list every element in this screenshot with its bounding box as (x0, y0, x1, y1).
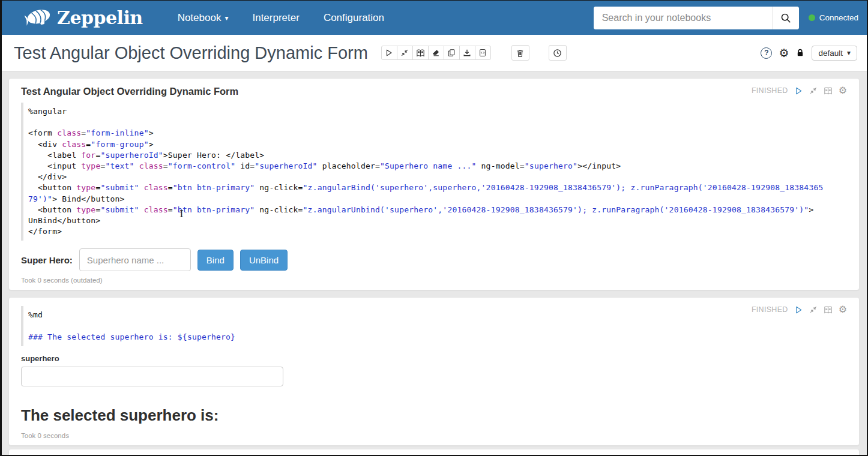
code-file-icon (478, 49, 487, 57)
book-icon (416, 49, 425, 58)
status-badge: FINISHED (752, 86, 788, 95)
version-control-button[interactable] (475, 46, 491, 60)
run-paragraph-button[interactable] (794, 305, 803, 314)
compress-icon (809, 305, 818, 314)
note-header: Test Angular Object Overriding Dynamic F… (2, 35, 867, 71)
run-all-button[interactable] (381, 46, 397, 60)
note-title[interactable]: Test Angular Object Overriding Dynamic F… (14, 43, 368, 63)
question-icon: ? (764, 49, 768, 57)
export-note-button[interactable] (459, 46, 475, 60)
superhero-label: Super Hero: (21, 255, 73, 265)
book-icon (824, 86, 833, 95)
paragraph-card-2: FINISHED ⚙ %md ### The selected superher… (8, 297, 860, 446)
remove-note-button[interactable] (511, 45, 529, 61)
book-icon (824, 305, 833, 314)
paragraph-title: Test Angular Object Overriding Dynamic F… (21, 86, 238, 97)
note-right-tools: ? ⚙ default ▾ (761, 46, 857, 61)
permissions-button[interactable] (795, 48, 805, 58)
gear-icon: ⚙ (839, 304, 847, 314)
compress-icon (400, 49, 409, 57)
caret-down-icon: ▾ (847, 49, 851, 56)
clone-note-button[interactable] (444, 46, 460, 60)
zeppelin-logo-icon (25, 7, 52, 29)
zeppelin-app: Zeppelin Notebook ▾ Interpreter Configur… (0, 0, 868, 456)
paragraph-settings-button[interactable]: ⚙ (839, 86, 847, 95)
nav-item-notebook[interactable]: Notebook ▾ (166, 12, 241, 24)
collapse-paragraph-button[interactable] (809, 86, 818, 95)
paragraph-settings-button[interactable]: ⚙ (839, 305, 847, 314)
trash-icon (516, 49, 525, 58)
brand[interactable]: Zeppelin (25, 7, 143, 29)
status-badge: FINISHED (752, 305, 788, 314)
note-toolbar (381, 46, 491, 60)
clock-icon (553, 49, 562, 58)
clear-output-button[interactable] (428, 46, 444, 60)
caret-down-icon: ▾ (225, 14, 228, 22)
gear-icon: ⚙ (839, 85, 847, 95)
unbind-button[interactable]: UnBind (240, 250, 288, 271)
notebook-search (594, 7, 799, 29)
interpreter-binding-dropdown[interactable]: default ▾ (812, 46, 857, 61)
lock-icon (795, 48, 805, 58)
help-button[interactable]: ? (761, 47, 772, 59)
execution-time: Took 0 seconds (21, 432, 847, 439)
scheduler-button[interactable] (549, 45, 567, 61)
superhero-field-input[interactable] (21, 367, 283, 386)
show-editor-button[interactable] (824, 86, 833, 95)
navbar: Zeppelin Notebook ▾ Interpreter Configur… (2, 1, 867, 35)
nav-item-configuration[interactable]: Configuration (312, 12, 396, 24)
play-icon (794, 305, 803, 314)
compress-icon (809, 86, 818, 95)
code-editor[interactable]: %angular <form class="form-inline"> <div… (21, 103, 847, 241)
angular-form-output: Super Hero: Bind UnBind (21, 248, 847, 271)
superhero-field-label: superhero (21, 354, 847, 363)
connected-dot-icon (809, 14, 815, 21)
brand-text: Zeppelin (57, 7, 143, 28)
search-button[interactable] (773, 7, 799, 29)
show-hide-code-button[interactable] (412, 46, 429, 60)
code-editor[interactable]: %md ### The selected superhero is: ${sup… (21, 306, 847, 346)
play-icon (385, 49, 393, 57)
note-settings-button[interactable]: ⚙ (779, 47, 789, 59)
paragraph-controls: FINISHED ⚙ (752, 305, 847, 314)
paragraph-card-1: Test Angular Object Overriding Dynamic F… (8, 78, 860, 290)
nav-menu: Notebook ▾ Interpreter Configuration (166, 12, 396, 24)
connection-status: Connected (809, 13, 858, 22)
eraser-icon (432, 49, 440, 57)
run-paragraph-button[interactable] (794, 86, 803, 95)
next-paragraph-peek (8, 449, 860, 456)
download-icon (463, 49, 471, 57)
md-output-heading: The selected superhero is: (21, 406, 847, 425)
superhero-input[interactable] (79, 248, 191, 271)
collapse-paragraph-button[interactable] (809, 305, 818, 314)
execution-time: Took 0 seconds (outdated) (21, 277, 847, 284)
copy-icon (447, 49, 456, 57)
collapse-all-button[interactable] (397, 46, 413, 60)
paragraph-controls: FINISHED ⚙ (752, 86, 847, 95)
gear-icon: ⚙ (779, 47, 789, 59)
play-icon (794, 86, 803, 95)
search-input[interactable] (594, 7, 773, 29)
search-icon (780, 13, 791, 23)
show-editor-button[interactable] (824, 305, 833, 314)
bind-button[interactable]: Bind (197, 250, 234, 271)
nav-item-interpreter[interactable]: Interpreter (240, 12, 311, 24)
